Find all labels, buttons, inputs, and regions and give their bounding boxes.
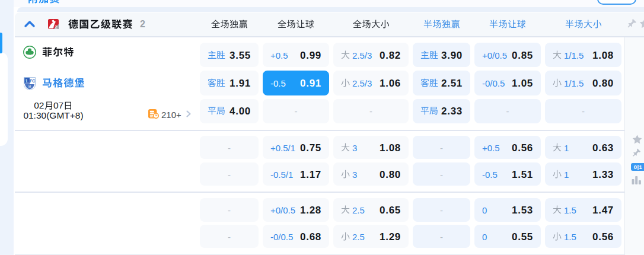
- svg-text:1.: 1.: [25, 78, 29, 82]
- svg-text:2: 2: [55, 24, 58, 29]
- svg-text:M: M: [28, 85, 31, 88]
- svg-text:FC: FC: [30, 78, 35, 82]
